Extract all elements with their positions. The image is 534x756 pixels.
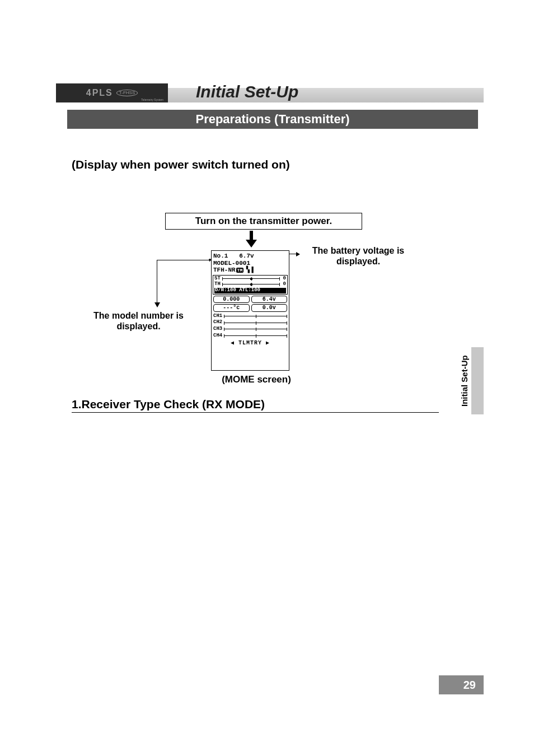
- lcd-row-2: ---°c 0.0v: [213, 304, 287, 312]
- lcd-dr: D/R:100: [215, 287, 236, 293]
- lcd-bottom-label: TLMTRY: [238, 340, 262, 346]
- section-header: Preparations (Transmitter): [67, 110, 478, 129]
- lcd-tm-icon: TM: [236, 268, 244, 273]
- logo-text: 4PLS: [86, 88, 113, 98]
- page: 4PLS T-FHSS Telemetry System Initial Set…: [0, 0, 534, 756]
- mome-label: (MOME screen): [212, 374, 301, 385]
- logo-badge: T-FHSS: [116, 90, 138, 96]
- side-tab-label: Initial Set-Up: [459, 347, 470, 414]
- lcd-ext-volt: 0.0v: [251, 304, 288, 312]
- callout-line-left-v: [157, 260, 157, 305]
- instruction-box: Turn on the transmitter power.: [165, 213, 362, 230]
- callout-arrow-left-icon: [154, 302, 160, 307]
- callout-line-left-h: [157, 260, 210, 260]
- lcd-screen: No.1 6.7v MODEL-0001 TFH-NRTM▝▖▌ ST 0 TH…: [211, 250, 289, 371]
- lcd-left-arrow-icon: ◀: [231, 340, 235, 346]
- lcd-ch2: CH2: [213, 319, 222, 326]
- lcd-right-arrow-icon: ▶: [266, 340, 270, 346]
- lcd-timer: 0.000: [213, 296, 250, 304]
- side-tab-bar: [471, 347, 484, 414]
- lcd-top: No.1 6.7v MODEL-0001 TFH-NRTM▝▖▌: [212, 251, 289, 274]
- sub-heading: (Display when power switch turned on): [72, 158, 290, 171]
- lcd-atl: ATL:100: [239, 287, 260, 293]
- logo-block: 4PLS T-FHSS Telemetry System: [56, 83, 168, 102]
- page-title: Initial Set-Up: [196, 82, 298, 101]
- lcd-bottom: ◀ TLMTRY ▶: [212, 340, 289, 347]
- lcd-model-no: No.1: [213, 253, 228, 259]
- lcd-rx-volt: 6.4v: [251, 296, 288, 304]
- callout-model: The model number is displayed.: [76, 310, 202, 332]
- section-1-heading: 1.Receiver Type Check (RX MODE): [72, 398, 439, 413]
- lcd-section-trims: ST 0 TH 0 D/R:100 ATL:100: [213, 275, 288, 295]
- lcd-ch4: CH4: [213, 333, 222, 339]
- lcd-temp: ---°c: [213, 304, 250, 312]
- lcd-mode: TFH-NR: [213, 267, 236, 273]
- lcd-th-val: 0: [283, 282, 286, 287]
- lcd-ch1: CH1: [213, 313, 222, 320]
- callout-battery: The battery voltage is displayed.: [297, 245, 420, 267]
- lcd-row-1: 0.000 6.4v: [213, 296, 287, 304]
- lcd-model-name: MODEL-0001: [213, 260, 250, 267]
- logo-sub: Telemetry System: [141, 98, 163, 101]
- page-number: 29: [439, 675, 484, 694]
- lcd-th-label: TH: [214, 282, 221, 287]
- title-bar: 4PLS T-FHSS Telemetry System Initial Set…: [56, 88, 484, 102]
- lcd-signal-icon: ▝▖▌: [244, 267, 255, 273]
- lcd-channels: CH1 CH2 CH3 CH4: [213, 313, 287, 339]
- lcd-ch3: CH3: [213, 326, 222, 333]
- lcd-voltage: 6.7v: [239, 253, 254, 259]
